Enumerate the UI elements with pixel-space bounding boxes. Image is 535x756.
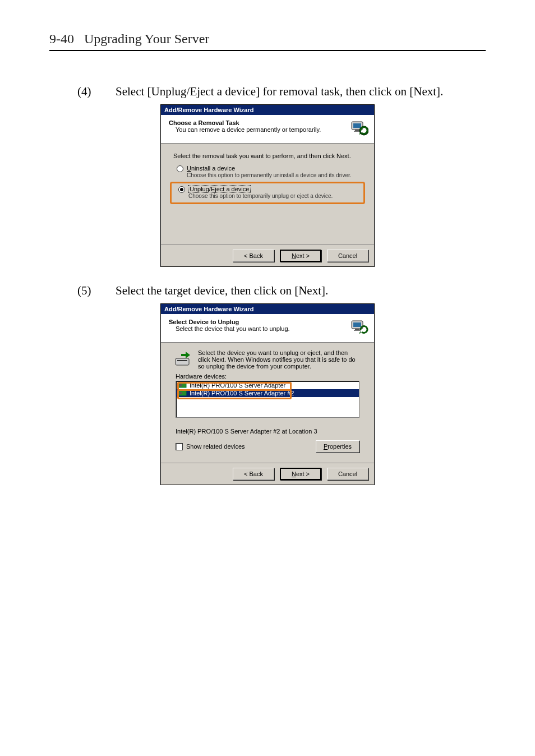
dialog-header: Choose a Removal Task You can remove a d… <box>161 115 374 144</box>
back-button[interactable]: < Back <box>233 468 274 480</box>
option-uninstall[interactable]: Uninstall a device Choose this option to… <box>173 165 362 178</box>
list-item-label: Intel(R) PRO/100 S Server Adapter #2 <box>190 390 294 397</box>
svg-rect-13 <box>179 384 182 386</box>
svg-rect-9 <box>176 358 189 365</box>
radio-unplug-desc: Choose this option to temporarily unplug… <box>188 193 360 199</box>
dialog-subheading: You can remove a device permanently or t… <box>176 126 321 133</box>
network-card-icon <box>178 390 187 397</box>
dialog-heading: Choose a Removal Task <box>169 119 321 126</box>
radio-unplug-label: Unplug/Eject a device <box>188 186 250 192</box>
option-unplug-highlight: Unplug/Eject a device Choose this option… <box>170 182 365 204</box>
properties-button[interactable]: Properties <box>316 440 359 453</box>
hardware-list[interactable]: Intel(R) PRO/100 S Server Adapter Intel(… <box>176 381 359 418</box>
instruction-5: (5) Select the target device, then click… <box>77 284 486 298</box>
header-rule <box>49 50 486 51</box>
radio-uninstall-desc: Choose this option to permanently uninst… <box>187 172 362 178</box>
list-item[interactable]: Intel(R) PRO/100 S Server Adapter #2 <box>176 389 359 397</box>
svg-rect-15 <box>179 392 182 394</box>
checkbox-label: Show related devices <box>186 443 245 450</box>
cancel-button[interactable]: Cancel <box>327 250 368 262</box>
list-item-label: Intel(R) PRO/100 S Server Adapter <box>190 382 285 389</box>
page-section: Upgrading Your Server <box>84 31 209 47</box>
step-text: Select the target device, then click on … <box>116 284 328 298</box>
dialog-titlebar: Add/Remove Hardware Wizard <box>161 304 374 314</box>
dialog-subheading: Select the device that you want to unplu… <box>176 325 290 332</box>
option-unplug[interactable]: Unplug/Eject a device <box>178 186 360 193</box>
svg-rect-11 <box>181 354 186 356</box>
radio-unplug[interactable] <box>178 186 185 193</box>
dialog-heading: Select Device to Unplug <box>169 319 290 325</box>
hardware-wizard-icon <box>350 319 368 336</box>
svg-rect-1 <box>353 123 361 128</box>
network-card-icon <box>178 382 187 389</box>
step-number: (5) <box>77 284 100 298</box>
svg-rect-10 <box>177 360 187 361</box>
svg-rect-2 <box>355 130 359 131</box>
dialog-header: Select Device to Unplug Select the devic… <box>161 314 374 343</box>
list-item[interactable]: Intel(R) PRO/100 S Server Adapter <box>176 381 359 389</box>
dialog-info-text: Select the device you want to unplug or … <box>198 349 361 370</box>
svg-rect-7 <box>355 329 359 330</box>
next-button[interactable]: Next > <box>280 250 321 262</box>
show-related-checkbox[interactable]: Show related devices <box>176 443 245 450</box>
next-button[interactable]: Next > <box>280 468 321 480</box>
eject-icon <box>174 349 192 370</box>
device-location-text: Intel(R) PRO/100 S Server Adapter #2 at … <box>176 428 359 435</box>
step-number: (4) <box>77 85 100 99</box>
page-number: 9-40 <box>49 31 74 47</box>
dialog-buttons: < Back Next > Cancel <box>161 245 374 266</box>
radio-uninstall[interactable] <box>177 165 183 172</box>
cancel-button[interactable]: Cancel <box>327 468 368 480</box>
step-text: Select [Unplug/Eject a device] for remov… <box>116 85 443 99</box>
dialog-buttons: < Back Next > Cancel <box>161 463 374 485</box>
checkbox-icon[interactable] <box>176 443 183 450</box>
list-label: Hardware devices: <box>176 373 359 380</box>
svg-rect-8 <box>354 330 361 331</box>
dialog-choose-removal-task: Add/Remove Hardware Wizard Choose a Remo… <box>160 104 375 267</box>
hardware-wizard-icon <box>350 119 368 137</box>
svg-rect-6 <box>353 322 361 327</box>
back-button[interactable]: < Back <box>233 250 274 262</box>
dialog-prompt: Select the removal task you want to perf… <box>173 153 362 159</box>
dialog-titlebar: Add/Remove Hardware Wizard <box>161 105 374 115</box>
dialog-select-device: Add/Remove Hardware Wizard Select Device… <box>160 303 375 485</box>
instruction-4: (4) Select [Unplug/Eject a device] for r… <box>77 85 486 99</box>
radio-uninstall-label: Uninstall a device <box>187 165 235 172</box>
